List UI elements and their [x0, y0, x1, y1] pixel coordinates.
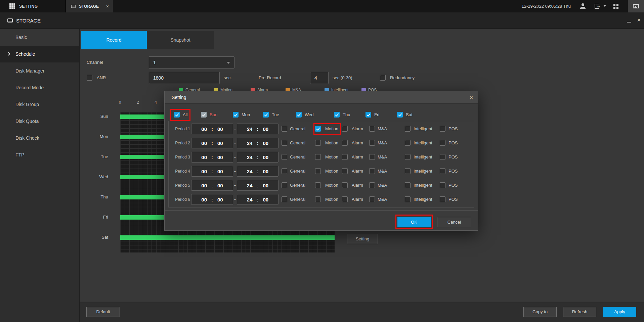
period-1-motion-checkbox[interactable]: [315, 126, 321, 132]
storage-window-tab[interactable]: STORAGE ×: [66, 0, 113, 12]
tue-day-checkbox[interactable]: [263, 112, 269, 118]
day-label-mon: Mon: [81, 134, 108, 139]
period-1-m-a-checkbox[interactable]: [369, 126, 375, 132]
motion-option-label: Motion: [325, 194, 338, 205]
refresh-button[interactable]: Refresh: [563, 307, 596, 317]
period-2-intelligent-checkbox[interactable]: [405, 140, 411, 146]
ok-button[interactable]: OK: [397, 217, 431, 227]
close-icon[interactable]: ×: [637, 12, 641, 28]
period-2-m-a-checkbox[interactable]: [369, 140, 375, 146]
range-separator: -: [233, 180, 237, 191]
thu-day-checkbox[interactable]: [334, 112, 340, 118]
period-4-m-a-checkbox[interactable]: [369, 168, 375, 174]
period-5-intelligent-checkbox[interactable]: [405, 182, 411, 188]
sidebar-item-basic[interactable]: Basic: [0, 29, 79, 46]
sidebar-item-label: Basic: [15, 35, 27, 40]
sidebar-item-record-mode[interactable]: Record Mode: [0, 79, 79, 96]
wed-day-checkbox[interactable]: [296, 112, 302, 118]
tab-snapshot[interactable]: Snapshot: [147, 31, 214, 49]
mon-day-checkbox[interactable]: [233, 112, 239, 118]
period-5-start-time-input[interactable]: 00:00: [191, 180, 233, 191]
period-1-start-time-input[interactable]: 00:00: [191, 124, 233, 134]
sidebar-item-disk-group[interactable]: Disk Group: [0, 96, 79, 113]
devices-grid-icon[interactable]: [613, 4, 615, 6]
sidebar-item-disk-check[interactable]: Disk Check: [0, 130, 79, 146]
anr-input[interactable]: 1800: [149, 72, 220, 84]
time-minute-value: 00: [263, 169, 269, 174]
cancel-button[interactable]: Cancel: [437, 217, 471, 227]
period-1-alarm-checkbox[interactable]: [342, 126, 348, 132]
period-6-start-time-input[interactable]: 00:00: [191, 194, 233, 205]
period-2-start-time-input[interactable]: 00:00: [191, 138, 233, 148]
period-3-alarm-checkbox[interactable]: [342, 154, 348, 160]
time-separator: :: [257, 155, 259, 160]
setting-menu-tab[interactable]: SETTING: [0, 0, 66, 12]
period-4-general-checkbox[interactable]: [282, 168, 287, 174]
channel-select[interactable]: 1: [149, 56, 234, 68]
period-6-m-a-checkbox[interactable]: [369, 196, 375, 202]
display-image-icon: [633, 4, 639, 8]
period-1-intelligent-checkbox[interactable]: [405, 126, 411, 132]
tab-record[interactable]: Record: [81, 31, 147, 49]
apply-button[interactable]: Apply: [603, 307, 636, 317]
period-3-general-checkbox[interactable]: [282, 154, 287, 160]
period-4-pos-checkbox[interactable]: [440, 168, 445, 174]
time-hour-value: 24: [247, 141, 253, 146]
period-2-general-checkbox[interactable]: [282, 140, 287, 146]
dialog-close-icon[interactable]: ×: [470, 91, 473, 104]
schedule-setting-button[interactable]: Setting: [347, 234, 378, 244]
period-3-pos-checkbox[interactable]: [440, 154, 445, 160]
display-output-button[interactable]: [628, 0, 644, 12]
period-3-intelligent-checkbox[interactable]: [405, 154, 411, 160]
redundancy-checkbox[interactable]: [380, 75, 386, 81]
pre-record-input[interactable]: 4: [310, 72, 329, 84]
period-4-intelligent-checkbox[interactable]: [405, 168, 411, 174]
period-2-pos-checkbox[interactable]: [440, 140, 445, 146]
period-5-motion-checkbox[interactable]: [315, 182, 321, 188]
period-4-end-time-input[interactable]: 24:00: [237, 166, 278, 177]
alarm-option-label: Alarm: [352, 138, 363, 148]
default-button[interactable]: Default: [86, 307, 120, 317]
user-icon[interactable]: [580, 3, 586, 9]
sat-day-checkbox[interactable]: [397, 112, 403, 118]
sidebar-item-schedule[interactable]: Schedule: [0, 46, 79, 62]
period-1-general-checkbox[interactable]: [282, 126, 287, 132]
period-6-pos-checkbox[interactable]: [440, 196, 445, 202]
period-6-alarm-checkbox[interactable]: [342, 196, 348, 202]
period-3-motion-checkbox[interactable]: [315, 154, 321, 160]
period-6-end-time-input[interactable]: 24:00: [237, 194, 278, 205]
period-2-end-time-input[interactable]: 24:00: [237, 138, 278, 148]
period-3-end-time-input[interactable]: 24:00: [237, 152, 278, 163]
caret-down-icon[interactable]: [603, 5, 606, 7]
period-3-start-time-input[interactable]: 00:00: [191, 152, 233, 163]
minimize-icon[interactable]: [627, 22, 631, 22]
period-1-pos-checkbox[interactable]: [440, 126, 445, 132]
logout-icon[interactable]: [595, 4, 599, 9]
period-5-m-a-checkbox[interactable]: [369, 182, 375, 188]
period-6-general-checkbox[interactable]: [282, 196, 287, 202]
period-6-intelligent-checkbox[interactable]: [405, 196, 411, 202]
period-4-alarm-checkbox[interactable]: [342, 168, 348, 174]
period-5-pos-checkbox[interactable]: [440, 182, 445, 188]
chevron-down-icon: [227, 62, 230, 64]
period-4-motion-checkbox[interactable]: [315, 168, 321, 174]
period-5-general-checkbox[interactable]: [282, 182, 287, 188]
period-3-m-a-checkbox[interactable]: [369, 154, 375, 160]
copy-to-button[interactable]: Copy to: [523, 307, 557, 317]
anr-checkbox[interactable]: [87, 75, 92, 81]
sidebar-item-disk-quota[interactable]: Disk Quota: [0, 113, 79, 130]
period-1-end-time-input[interactable]: 24:00: [237, 124, 278, 134]
window-title-bar: STORAGE ×: [0, 12, 644, 29]
period-4-start-time-input[interactable]: 00:00: [191, 166, 233, 177]
fri-day-label: Fri: [374, 112, 379, 118]
period-6-motion-checkbox[interactable]: [315, 196, 321, 202]
period-5-alarm-checkbox[interactable]: [342, 182, 348, 188]
close-tab-icon[interactable]: ×: [106, 4, 109, 9]
sidebar-item-disk-manager[interactable]: Disk Manager: [0, 62, 79, 79]
period-2-alarm-checkbox[interactable]: [342, 140, 348, 146]
sidebar-item-ftp[interactable]: FTP: [0, 146, 79, 163]
fri-day-checkbox[interactable]: [366, 112, 371, 118]
all-day-checkbox[interactable]: [174, 112, 180, 118]
period-5-end-time-input[interactable]: 24:00: [237, 180, 278, 191]
period-2-motion-checkbox[interactable]: [315, 140, 321, 146]
